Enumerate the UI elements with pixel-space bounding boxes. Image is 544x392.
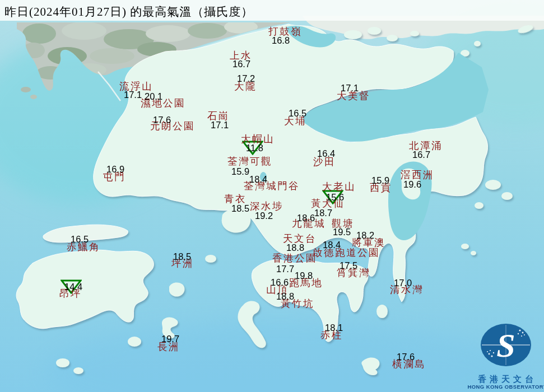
station-value: 19.7 [161, 334, 179, 344]
station-value: 17.6 [397, 352, 415, 362]
station-name: 香港公園 [272, 254, 317, 264]
hko-logo-icon: S [471, 314, 544, 375]
station-value: 16.9 [106, 165, 124, 174]
station-name: 大老山 [322, 182, 356, 192]
station-value: 18.8 [286, 243, 304, 253]
station-value: 20.1 [145, 92, 162, 101]
station-value: 17.1 [211, 120, 229, 130]
station-value: 18.8 [276, 292, 294, 301]
station-value: 18.4 [323, 240, 341, 250]
station-value: 18.6 [297, 213, 315, 223]
station-name: 滘西洲 [401, 170, 434, 180]
station-value: 19.6 [403, 180, 421, 189]
station-value: 16.5 [289, 109, 306, 118]
svg-text:S: S [496, 327, 515, 364]
station-value: 17.6 [153, 115, 171, 125]
station-value: 18.7 [314, 208, 332, 218]
station-value: 17.1 [341, 83, 359, 93]
station-value: 16.7 [233, 59, 250, 69]
station-value: 16.7 [412, 150, 430, 160]
station-value: 17.7 [276, 264, 294, 274]
station-value: 19.8 [295, 271, 313, 281]
hko-logo-name-en: HONG KONG OBSERVATORY [467, 384, 544, 390]
station-value: 18.5 [231, 204, 249, 213]
station-value: 17.0 [394, 278, 412, 288]
station-value: 16.4 [317, 149, 335, 158]
station-value: 16.5 [71, 235, 89, 244]
station-value: 19.5 [333, 227, 351, 237]
station-value: 18.4 [249, 175, 267, 184]
station-value: 17.2 [237, 74, 255, 83]
station-value: 18.5 [173, 252, 191, 262]
station-value: 14.4 [64, 282, 82, 292]
station-value: 18.2 [356, 231, 374, 240]
station-value: 15.9 [231, 167, 249, 176]
station-name: 沙田 [313, 157, 336, 167]
hko-logo: S 香港天文台 HONG KONG OBSERVATORY [471, 314, 544, 392]
hko-max-temperature-map: 打鼓嶺16.8上水16.7大隴17.2流浮山17.1濕地公園20.1大美督17.… [0, 0, 544, 392]
station-value: 16.6 [271, 278, 289, 287]
map-title: 昨日(2024年01月27日) 的最高氣溫（攝氏度） [4, 4, 253, 20]
station-value: 17.5 [340, 261, 357, 270]
station-name: 深水埗 [250, 202, 283, 212]
station-name: 黃大仙 [311, 199, 345, 209]
station-value: 11.8 [246, 143, 263, 153]
station-value: 15.9 [371, 176, 389, 185]
station-value: 19.2 [255, 211, 273, 221]
station-value: 16.8 [272, 36, 290, 45]
title-bar: 昨日(2024年01月27日) 的最高氣溫（攝氏度） [0, 0, 544, 21]
station-name: 荃灣可觀 [227, 157, 272, 167]
station-label-layer: 打鼓嶺16.8上水16.7大隴17.2流浮山17.1濕地公園20.1大美督17.… [0, 0, 544, 392]
station-name: 青衣 [224, 194, 247, 204]
station-value: 17.1 [124, 90, 142, 100]
station-value: 18.1 [325, 323, 343, 333]
